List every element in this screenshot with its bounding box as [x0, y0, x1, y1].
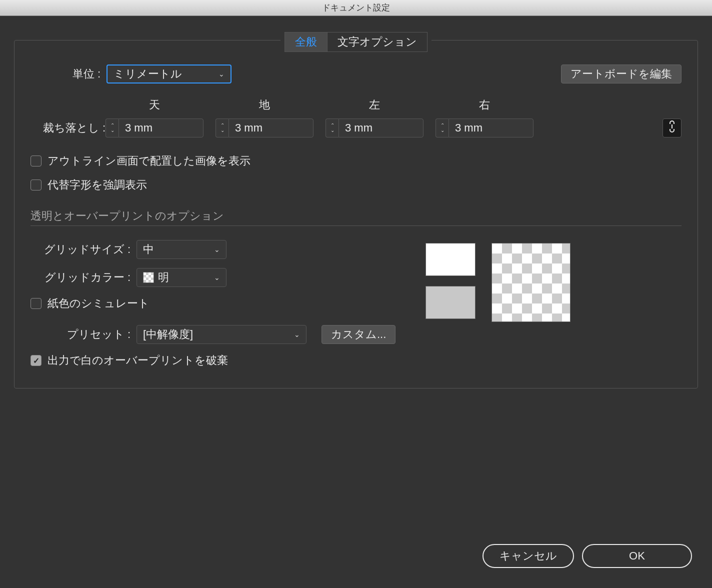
preset-value: [中解像度]: [143, 327, 193, 342]
checkbox-simulate-paper[interactable]: 紙色のシミュレート: [30, 296, 396, 311]
section-transparency-overprint: 透明とオーバープリントのオプション: [30, 208, 682, 226]
cancel-button[interactable]: キャンセル: [482, 544, 574, 568]
checkbox-show-outline[interactable]: アウトライン画面で配置した画像を表示: [30, 154, 682, 168]
bleed-top-input[interactable]: 3 mm: [118, 118, 204, 138]
checkbox-highlight-glyphs-label: 代替字形を強調表示: [48, 178, 147, 192]
link-icon: [668, 120, 676, 136]
stepper-icon[interactable]: ⌃⌄: [106, 118, 118, 138]
bleed-left-input[interactable]: 3 mm: [338, 118, 424, 138]
bleed-bottom-spinner[interactable]: ⌃⌄ 3 mm: [216, 118, 314, 138]
general-panel: 単位 : ミリメートル ⌄ アートボードを編集 天 地 左 右 裁ち落とし :: [14, 40, 698, 388]
window-title: ドキュメント設定: [0, 0, 712, 16]
grid-size-label: グリッドサイズ :: [30, 242, 130, 257]
checker-preview: [492, 243, 570, 322]
checkbox-icon: [30, 298, 42, 309]
swatch-gray[interactable]: [426, 286, 476, 319]
chevron-down-icon: ⌄: [218, 70, 224, 78]
checkbox-discard-overprint-label: 出力で白のオーバープリントを破棄: [48, 353, 228, 368]
edit-artboards-button[interactable]: アートボードを編集: [561, 64, 682, 84]
grid-size-value: 中: [143, 242, 154, 257]
chevron-down-icon: ⌄: [214, 246, 220, 254]
stepper-icon[interactable]: ⌃⌄: [436, 118, 448, 138]
tab-type-options[interactable]: 文字オプション: [328, 32, 428, 52]
checkbox-icon: [30, 355, 42, 366]
preset-select[interactable]: [中解像度] ⌄: [136, 325, 306, 344]
bleed-left-spinner[interactable]: ⌃⌄ 3 mm: [326, 118, 424, 138]
units-value: ミリメートル: [114, 66, 182, 82]
checkbox-icon: [30, 180, 42, 190]
bleed-right-input[interactable]: 3 mm: [448, 118, 534, 138]
checkbox-highlight-glyphs[interactable]: 代替字形を強調表示: [30, 178, 682, 192]
chevron-down-icon: ⌄: [214, 274, 220, 282]
bleed-bottom-input[interactable]: 3 mm: [228, 118, 314, 138]
grid-color-label: グリッドカラー :: [30, 270, 130, 285]
bleed-top-spinner[interactable]: ⌃⌄ 3 mm: [106, 118, 204, 138]
link-values-button[interactable]: [662, 118, 682, 138]
chevron-down-icon: ⌄: [294, 330, 300, 338]
bleed-right-label: 右: [436, 98, 534, 112]
checkbox-icon: [30, 156, 42, 166]
grid-color-select[interactable]: 明 ⌄: [136, 268, 226, 287]
units-label: 単位 :: [30, 66, 100, 82]
checkbox-discard-overprint[interactable]: 出力で白のオーバープリントを破棄: [30, 353, 396, 368]
bleed-bottom-label: 地: [216, 98, 314, 112]
swatch-white[interactable]: [426, 243, 476, 276]
tab-bar: 全般 文字オプション: [280, 32, 432, 52]
units-select[interactable]: ミリメートル ⌄: [106, 64, 232, 84]
grid-size-select[interactable]: 中 ⌄: [136, 240, 226, 259]
tab-general[interactable]: 全般: [284, 32, 328, 52]
stepper-icon[interactable]: ⌃⌄: [216, 118, 228, 138]
transparency-preview: [426, 243, 570, 368]
bleed-left-label: 左: [326, 98, 424, 112]
checkbox-simulate-paper-label: 紙色のシミュレート: [48, 296, 150, 311]
checker-icon: [143, 272, 154, 283]
custom-button[interactable]: カスタム...: [322, 325, 396, 344]
ok-button[interactable]: OK: [582, 544, 692, 568]
preset-label: プリセット :: [30, 327, 130, 342]
bleed-label: 裁ち落とし :: [30, 120, 106, 136]
bleed-right-spinner[interactable]: ⌃⌄ 3 mm: [436, 118, 534, 138]
stepper-icon[interactable]: ⌃⌄: [326, 118, 338, 138]
checkbox-show-outline-label: アウトライン画面で配置した画像を表示: [48, 154, 250, 168]
bleed-top-label: 天: [106, 98, 204, 112]
grid-color-value: 明: [158, 270, 169, 285]
